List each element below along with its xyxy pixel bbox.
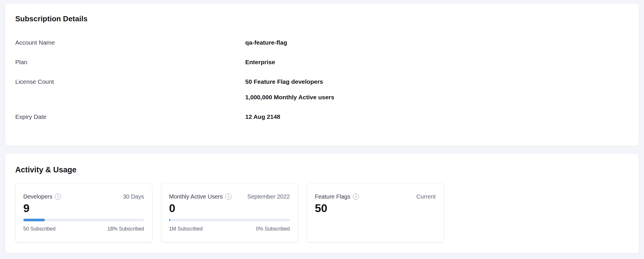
subscription-details-title: Subscription Details xyxy=(15,14,627,23)
mau-usage-label: Monthly Active Users xyxy=(169,193,223,200)
feature-flags-usage-card: Feature Flags i Current 50 xyxy=(307,183,444,242)
feature-flags-usage-header: Feature Flags i Current xyxy=(315,193,436,200)
mau-usage-footer: 1M Subscribed 0% Subscribed xyxy=(169,226,290,232)
mau-subscribed-count: 1M Subscribed xyxy=(169,226,203,232)
developers-subscribed-percent: 18% Subscribed xyxy=(108,226,144,232)
mau-usage-period: September 2022 xyxy=(247,193,290,200)
license-count-row: License Count 50 Feature Flag developers… xyxy=(15,77,627,102)
license-count-mau-value: 1,000,000 Monthly Active users xyxy=(245,93,334,102)
developers-usage-card: Developers i 30 Days 9 50 Subscribed 18%… xyxy=(15,183,152,242)
expiry-date-value: 12 Aug 2148 xyxy=(245,113,280,121)
plan-row: Plan Enterprise xyxy=(15,58,627,66)
account-name-value: qa-feature-flag xyxy=(245,38,287,47)
information-icon[interactable]: i xyxy=(55,194,61,200)
mau-usage-card: Monthly Active Users i September 2022 0 … xyxy=(161,183,298,242)
activity-usage-card: Activity & Usage Developers i 30 Days 9 … xyxy=(5,154,639,254)
plan-label: Plan xyxy=(15,58,245,66)
mau-progress-fill xyxy=(169,219,170,221)
mau-subscribed-percent: 0% Subscribed xyxy=(256,226,290,232)
feature-flags-usage-value: 50 xyxy=(315,202,436,215)
subscription-details-card: Subscription Details Account Name qa-fea… xyxy=(5,4,639,146)
developers-subscribed-count: 50 Subscribed xyxy=(23,226,55,232)
developers-usage-period: 30 Days xyxy=(123,193,144,200)
developers-progress-bar xyxy=(23,219,144,221)
license-count-developers-value: 50 Feature Flag developers xyxy=(245,77,334,86)
account-name-row: Account Name qa-feature-flag xyxy=(15,38,627,47)
information-icon-glyph: i xyxy=(228,195,229,199)
developers-progress-fill xyxy=(23,219,45,221)
developers-usage-value: 9 xyxy=(23,202,144,215)
developers-usage-header: Developers i 30 Days xyxy=(23,193,144,200)
feature-flags-usage-period: Current xyxy=(416,193,436,200)
feature-flags-usage-label: Feature Flags xyxy=(315,193,350,200)
activity-usage-title: Activity & Usage xyxy=(15,165,627,174)
subscription-page: Subscription Details Account Name qa-fea… xyxy=(0,0,644,259)
developers-usage-label: Developers xyxy=(23,193,52,200)
mau-usage-value: 0 xyxy=(169,202,290,215)
information-icon-glyph: i xyxy=(355,195,356,199)
information-icon[interactable]: i xyxy=(353,194,359,200)
license-count-label: License Count xyxy=(15,77,245,86)
usage-cards-row: Developers i 30 Days 9 50 Subscribed 18%… xyxy=(15,183,627,242)
mau-progress-bar xyxy=(169,219,290,221)
developers-usage-footer: 50 Subscribed 18% Subscribed xyxy=(23,226,144,232)
information-icon-glyph: i xyxy=(57,195,59,199)
information-icon[interactable]: i xyxy=(225,194,231,200)
expiry-date-row: Expiry Date 12 Aug 2148 xyxy=(15,113,627,121)
expiry-date-label: Expiry Date xyxy=(15,113,245,121)
account-name-label: Account Name xyxy=(15,38,245,47)
plan-value: Enterprise xyxy=(245,58,275,66)
mau-usage-header: Monthly Active Users i September 2022 xyxy=(169,193,290,200)
